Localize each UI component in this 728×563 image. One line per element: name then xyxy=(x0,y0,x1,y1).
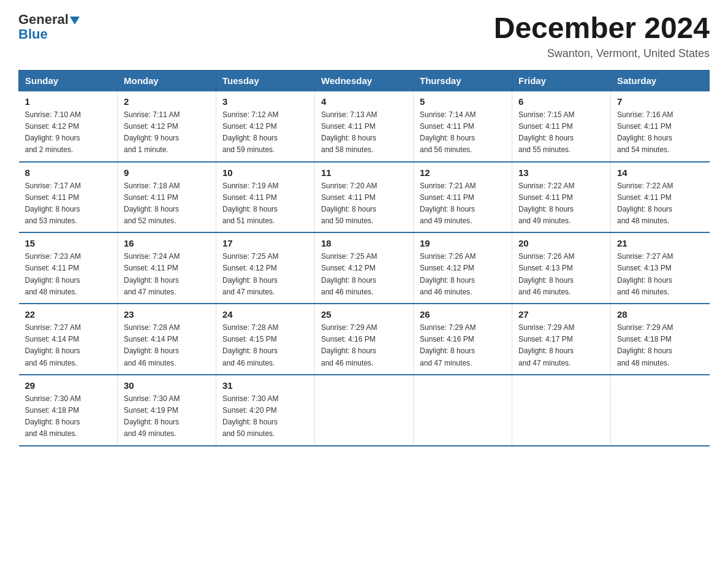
day-number: 3 xyxy=(222,96,308,107)
calendar-cell: 3 Sunrise: 7:12 AMSunset: 4:12 PMDayligh… xyxy=(216,91,315,161)
calendar-cell: 29 Sunrise: 7:30 AMSunset: 4:18 PMDaylig… xyxy=(19,375,118,446)
day-number: 27 xyxy=(518,309,604,320)
day-number: 19 xyxy=(420,238,506,248)
day-info: Sunrise: 7:20 AMSunset: 4:11 PMDaylight:… xyxy=(321,180,407,228)
day-info: Sunrise: 7:29 AMSunset: 4:17 PMDaylight:… xyxy=(518,322,604,369)
day-number: 8 xyxy=(25,167,112,178)
calendar-cell: 31 Sunrise: 7:30 AMSunset: 4:20 PMDaylig… xyxy=(216,375,315,446)
day-info: Sunrise: 7:17 AMSunset: 4:11 PMDaylight:… xyxy=(25,180,112,228)
day-number: 25 xyxy=(321,309,407,320)
day-info: Sunrise: 7:21 AMSunset: 4:11 PMDaylight:… xyxy=(420,180,506,228)
calendar-cell: 6 Sunrise: 7:15 AMSunset: 4:11 PMDayligh… xyxy=(512,91,611,161)
day-number: 22 xyxy=(25,309,112,320)
day-number: 21 xyxy=(617,238,703,248)
calendar-cell: 23 Sunrise: 7:28 AMSunset: 4:14 PMDaylig… xyxy=(118,304,216,375)
day-info: Sunrise: 7:26 AMSunset: 4:12 PMDaylight:… xyxy=(420,251,506,298)
day-info: Sunrise: 7:30 AMSunset: 4:18 PMDaylight:… xyxy=(25,393,112,440)
day-info: Sunrise: 7:19 AMSunset: 4:11 PMDaylight:… xyxy=(222,180,308,228)
page-header: General Blue December 2024 Swanton, Verm… xyxy=(18,12,710,60)
calendar-cell: 21 Sunrise: 7:27 AMSunset: 4:13 PMDaylig… xyxy=(611,232,710,304)
weekday-header-row: Sunday Monday Tuesday Wednesday Thursday… xyxy=(19,70,710,91)
calendar-cell: 24 Sunrise: 7:28 AMSunset: 4:15 PMDaylig… xyxy=(216,304,315,375)
calendar-week-row: 22 Sunrise: 7:27 AMSunset: 4:14 PMDaylig… xyxy=(19,304,710,375)
day-info: Sunrise: 7:29 AMSunset: 4:18 PMDaylight:… xyxy=(617,322,703,369)
calendar-cell: 13 Sunrise: 7:22 AMSunset: 4:11 PMDaylig… xyxy=(512,162,611,233)
calendar-cell: 18 Sunrise: 7:25 AMSunset: 4:12 PMDaylig… xyxy=(315,232,414,304)
calendar-cell: 5 Sunrise: 7:14 AMSunset: 4:11 PMDayligh… xyxy=(414,91,512,161)
calendar-cell xyxy=(611,375,710,446)
calendar-table: Sunday Monday Tuesday Wednesday Thursday… xyxy=(18,70,710,446)
day-info: Sunrise: 7:13 AMSunset: 4:11 PMDaylight:… xyxy=(321,109,407,156)
day-info: Sunrise: 7:16 AMSunset: 4:11 PMDaylight:… xyxy=(617,109,703,156)
calendar-cell: 30 Sunrise: 7:30 AMSunset: 4:19 PMDaylig… xyxy=(118,375,216,446)
day-number: 28 xyxy=(617,309,703,320)
header-tuesday: Tuesday xyxy=(216,70,315,91)
calendar-cell: 8 Sunrise: 7:17 AMSunset: 4:11 PMDayligh… xyxy=(19,162,118,233)
header-thursday: Thursday xyxy=(414,70,512,91)
day-number: 29 xyxy=(25,380,112,391)
day-info: Sunrise: 7:12 AMSunset: 4:12 PMDaylight:… xyxy=(222,109,308,156)
calendar-cell: 25 Sunrise: 7:29 AMSunset: 4:16 PMDaylig… xyxy=(315,304,414,375)
calendar-week-row: 8 Sunrise: 7:17 AMSunset: 4:11 PMDayligh… xyxy=(19,162,710,233)
header-monday: Monday xyxy=(118,70,216,91)
day-info: Sunrise: 7:29 AMSunset: 4:16 PMDaylight:… xyxy=(321,322,407,369)
header-sunday: Sunday xyxy=(19,70,118,91)
calendar-cell: 10 Sunrise: 7:19 AMSunset: 4:11 PMDaylig… xyxy=(216,162,315,233)
day-info: Sunrise: 7:27 AMSunset: 4:14 PMDaylight:… xyxy=(25,322,112,369)
day-number: 2 xyxy=(124,96,210,107)
calendar-cell: 1 Sunrise: 7:10 AMSunset: 4:12 PMDayligh… xyxy=(19,91,118,161)
day-info: Sunrise: 7:25 AMSunset: 4:12 PMDaylight:… xyxy=(321,251,407,298)
day-number: 24 xyxy=(222,309,308,320)
day-number: 26 xyxy=(420,309,506,320)
day-info: Sunrise: 7:28 AMSunset: 4:14 PMDaylight:… xyxy=(124,322,210,369)
calendar-cell: 7 Sunrise: 7:16 AMSunset: 4:11 PMDayligh… xyxy=(611,91,710,161)
day-info: Sunrise: 7:11 AMSunset: 4:12 PMDaylight:… xyxy=(124,109,210,156)
day-number: 14 xyxy=(617,167,703,178)
day-info: Sunrise: 7:18 AMSunset: 4:11 PMDaylight:… xyxy=(124,180,210,228)
calendar-week-row: 15 Sunrise: 7:23 AMSunset: 4:11 PMDaylig… xyxy=(19,232,710,304)
title-area: December 2024 Swanton, Vermont, United S… xyxy=(494,12,710,60)
calendar-cell: 22 Sunrise: 7:27 AMSunset: 4:14 PMDaylig… xyxy=(19,304,118,375)
header-friday: Friday xyxy=(512,70,611,91)
calendar-cell: 2 Sunrise: 7:11 AMSunset: 4:12 PMDayligh… xyxy=(118,91,216,161)
day-number: 5 xyxy=(420,96,506,107)
day-number: 18 xyxy=(321,238,407,248)
day-info: Sunrise: 7:28 AMSunset: 4:15 PMDaylight:… xyxy=(222,322,308,369)
calendar-cell xyxy=(315,375,414,446)
day-info: Sunrise: 7:14 AMSunset: 4:11 PMDaylight:… xyxy=(420,109,506,156)
header-saturday: Saturday xyxy=(611,70,710,91)
day-number: 15 xyxy=(25,238,112,248)
day-info: Sunrise: 7:29 AMSunset: 4:16 PMDaylight:… xyxy=(420,322,506,369)
calendar-cell xyxy=(414,375,512,446)
day-info: Sunrise: 7:30 AMSunset: 4:20 PMDaylight:… xyxy=(222,393,308,440)
day-number: 12 xyxy=(420,167,506,178)
day-info: Sunrise: 7:22 AMSunset: 4:11 PMDaylight:… xyxy=(518,180,604,228)
day-number: 9 xyxy=(124,167,210,178)
calendar-cell xyxy=(512,375,611,446)
day-number: 23 xyxy=(124,309,210,320)
day-number: 31 xyxy=(222,380,308,391)
logo-text: General Blue xyxy=(18,12,80,42)
header-wednesday: Wednesday xyxy=(315,70,414,91)
day-number: 30 xyxy=(124,380,210,391)
day-number: 11 xyxy=(321,167,407,178)
day-info: Sunrise: 7:24 AMSunset: 4:11 PMDaylight:… xyxy=(124,251,210,298)
calendar-cell: 28 Sunrise: 7:29 AMSunset: 4:18 PMDaylig… xyxy=(611,304,710,375)
day-number: 4 xyxy=(321,96,407,107)
calendar-cell: 20 Sunrise: 7:26 AMSunset: 4:13 PMDaylig… xyxy=(512,232,611,304)
day-number: 7 xyxy=(617,96,703,107)
day-number: 6 xyxy=(518,96,604,107)
calendar-cell: 9 Sunrise: 7:18 AMSunset: 4:11 PMDayligh… xyxy=(118,162,216,233)
logo-blue: Blue xyxy=(18,26,48,42)
day-info: Sunrise: 7:30 AMSunset: 4:19 PMDaylight:… xyxy=(124,393,210,440)
logo-triangle-icon xyxy=(70,17,80,25)
day-number: 1 xyxy=(25,96,112,107)
calendar-cell: 11 Sunrise: 7:20 AMSunset: 4:11 PMDaylig… xyxy=(315,162,414,233)
day-info: Sunrise: 7:10 AMSunset: 4:12 PMDaylight:… xyxy=(25,109,112,156)
calendar-cell: 4 Sunrise: 7:13 AMSunset: 4:11 PMDayligh… xyxy=(315,91,414,161)
day-info: Sunrise: 7:22 AMSunset: 4:11 PMDaylight:… xyxy=(617,180,703,228)
calendar-week-row: 29 Sunrise: 7:30 AMSunset: 4:18 PMDaylig… xyxy=(19,375,710,446)
day-info: Sunrise: 7:26 AMSunset: 4:13 PMDaylight:… xyxy=(518,251,604,298)
day-number: 20 xyxy=(518,238,604,248)
day-info: Sunrise: 7:15 AMSunset: 4:11 PMDaylight:… xyxy=(518,109,604,156)
